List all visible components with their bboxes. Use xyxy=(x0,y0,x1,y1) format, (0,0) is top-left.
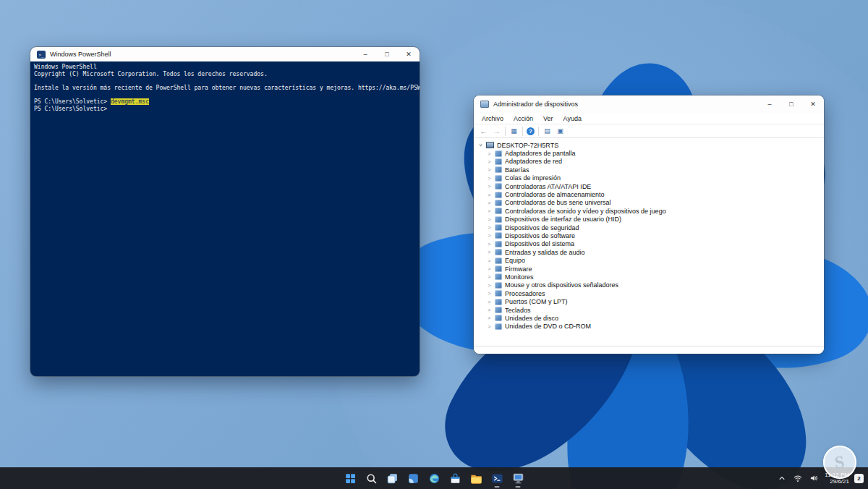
tree-item[interactable]: >Dispositivos del sistema xyxy=(478,240,824,248)
dvd-drive-icon xyxy=(495,323,502,330)
edge-icon[interactable] xyxy=(425,469,443,488)
notification-badge[interactable]: 2 xyxy=(854,474,864,483)
keyboard-icon xyxy=(495,307,502,313)
chevron-right-icon[interactable]: > xyxy=(487,150,492,157)
processor-icon xyxy=(495,290,502,297)
chevron-expanded-icon[interactable]: > xyxy=(477,143,484,148)
tree-item[interactable]: >Adaptadores de pantalla xyxy=(478,149,824,157)
tree-item[interactable]: >Dispositivos de interfaz de usuario (HI… xyxy=(478,216,824,224)
forward-arrow-icon[interactable]: → xyxy=(492,127,501,136)
tree-root-node[interactable]: > DESKTOP-72H5RTS xyxy=(478,141,824,149)
tree-item[interactable]: >Controladoras de bus serie universal xyxy=(478,199,824,207)
tree-item-label: Adaptadores de pantalla xyxy=(505,150,576,157)
usb-controller-icon xyxy=(495,200,502,206)
menu-ver[interactable]: Ver xyxy=(538,115,558,122)
back-arrow-icon[interactable]: ← xyxy=(479,127,488,136)
chevron-right-icon[interactable]: > xyxy=(487,299,492,305)
ports-icon xyxy=(495,299,502,305)
tree-item-label: Controladoras ATA/ATAPI IDE xyxy=(505,183,591,190)
chevron-right-icon[interactable]: > xyxy=(487,307,492,313)
tree-item[interactable]: >Baterías xyxy=(478,166,824,174)
chevron-right-icon[interactable]: > xyxy=(487,265,492,272)
volume-icon[interactable] xyxy=(808,472,820,484)
chevron-right-icon[interactable]: > xyxy=(487,282,492,289)
taskbar-app-icons xyxy=(341,467,527,489)
tree-item[interactable]: >Firmware xyxy=(478,265,824,273)
chevron-right-icon[interactable]: > xyxy=(487,232,492,239)
help-icon[interactable]: ? xyxy=(527,127,535,135)
tree-item[interactable]: >Teclados xyxy=(478,306,824,314)
tree-item[interactable]: >Equipo xyxy=(478,256,824,264)
audio-io-icon xyxy=(495,249,502,255)
chevron-right-icon[interactable]: > xyxy=(487,241,492,247)
network-adapter-icon xyxy=(495,158,502,165)
solvetic-watermark: S xyxy=(823,446,856,479)
network-icon[interactable] xyxy=(792,472,804,484)
computer-device-icon xyxy=(495,258,502,264)
chevron-right-icon[interactable]: > xyxy=(487,175,492,182)
tree-item-label: Controladoras de bus serie universal xyxy=(505,199,611,206)
tree-item[interactable]: >Entradas y salidas de audio xyxy=(478,248,824,256)
console-line: Windows PowerShell xyxy=(34,64,416,71)
store-icon[interactable] xyxy=(446,469,464,488)
devices-list-icon[interactable]: ▤ xyxy=(542,127,552,136)
tree-item[interactable]: >Controladoras de sonido y vídeo y dispo… xyxy=(478,207,824,215)
chevron-right-icon[interactable]: > xyxy=(487,249,492,255)
console-prompt[interactable]: PS C:\Users\Solvetic> xyxy=(34,106,416,113)
tree-item[interactable]: >Mouse y otros dispositivos señaladores xyxy=(478,281,824,289)
search-icon[interactable] xyxy=(362,469,380,488)
chevron-up-icon[interactable] xyxy=(776,472,788,484)
computer-scan-icon[interactable]: ▣ xyxy=(556,127,565,136)
tree-item[interactable]: >Dispositivos de seguridad xyxy=(478,224,824,231)
chevron-right-icon[interactable]: > xyxy=(487,200,492,206)
chevron-right-icon[interactable]: > xyxy=(487,273,492,280)
menu-archivo[interactable]: Archivo xyxy=(477,115,509,122)
console-window-icon[interactable]: ▦ xyxy=(509,127,519,136)
chevron-right-icon[interactable]: > xyxy=(487,258,492,264)
powershell-titlebar[interactable]: >_ Windows PowerShell – □ ✕ xyxy=(30,47,420,61)
tree-item[interactable]: >Controladoras ATA/ATAPI IDE xyxy=(478,182,824,190)
chevron-right-icon[interactable]: > xyxy=(487,192,492,198)
tree-item-label: Equipo xyxy=(505,257,525,264)
chevron-right-icon[interactable]: > xyxy=(487,216,492,223)
start-icon[interactable] xyxy=(341,469,359,488)
tree-item[interactable]: >Monitores xyxy=(478,273,824,281)
powershell-icon[interactable] xyxy=(488,469,506,488)
tree-item[interactable]: >Dispositivos de software xyxy=(478,231,824,239)
device-manager-minimize-button[interactable]: – xyxy=(759,95,780,113)
device-manager-maximize-button[interactable]: □ xyxy=(780,95,802,113)
chevron-right-icon[interactable]: > xyxy=(487,323,492,330)
widgets-icon[interactable] xyxy=(404,469,422,488)
powershell-close-button[interactable]: ✕ xyxy=(398,47,420,61)
chevron-right-icon[interactable]: > xyxy=(487,224,492,231)
chevron-right-icon[interactable]: > xyxy=(487,158,492,165)
chevron-right-icon[interactable]: > xyxy=(487,208,492,214)
menu-accion[interactable]: Acción xyxy=(509,115,538,122)
tree-item[interactable]: >Procesadores xyxy=(478,289,824,297)
chevron-right-icon[interactable]: > xyxy=(487,290,492,297)
console-text[interactable]: Windows PowerShellCopyright (C) Microsof… xyxy=(30,61,420,376)
device-manager-titlebar[interactable]: Administrador de dispositivos – □ ✕ xyxy=(474,95,824,113)
powershell-minimize-button[interactable]: – xyxy=(354,47,376,61)
device-manager-icon[interactable] xyxy=(509,469,527,488)
tree-item[interactable]: >Unidades de DVD o CD-ROM xyxy=(478,323,824,331)
computer-icon xyxy=(486,142,494,148)
tree-item[interactable]: >Controladoras de almacenamiento xyxy=(478,190,824,198)
tree-item[interactable]: >Colas de impresión xyxy=(478,174,824,182)
chevron-right-icon[interactable]: > xyxy=(487,183,492,190)
powershell-maximize-button[interactable]: □ xyxy=(376,47,398,61)
taskbar: 11:12 PM 29/6/21 2 xyxy=(0,467,868,489)
tree-item-label: Dispositivos de software xyxy=(505,232,575,239)
tree-item[interactable]: >Adaptadores de red xyxy=(478,158,824,166)
tree-item[interactable]: >Puertos (COM y LPT) xyxy=(478,297,824,305)
chevron-right-icon[interactable]: > xyxy=(487,315,492,321)
task-view-icon[interactable] xyxy=(383,469,401,488)
tree-item-label: Dispositivos del sistema xyxy=(505,240,574,247)
file-explorer-icon[interactable] xyxy=(467,469,485,488)
device-manager-close-button[interactable]: ✕ xyxy=(802,95,824,113)
tree-item[interactable]: >Unidades de disco xyxy=(478,314,824,322)
menu-ayuda[interactable]: Ayuda xyxy=(558,115,587,122)
tree-item-label: Dispositivos de seguridad xyxy=(505,224,579,231)
chevron-right-icon[interactable]: > xyxy=(487,166,492,173)
hid-device-icon xyxy=(495,216,502,223)
